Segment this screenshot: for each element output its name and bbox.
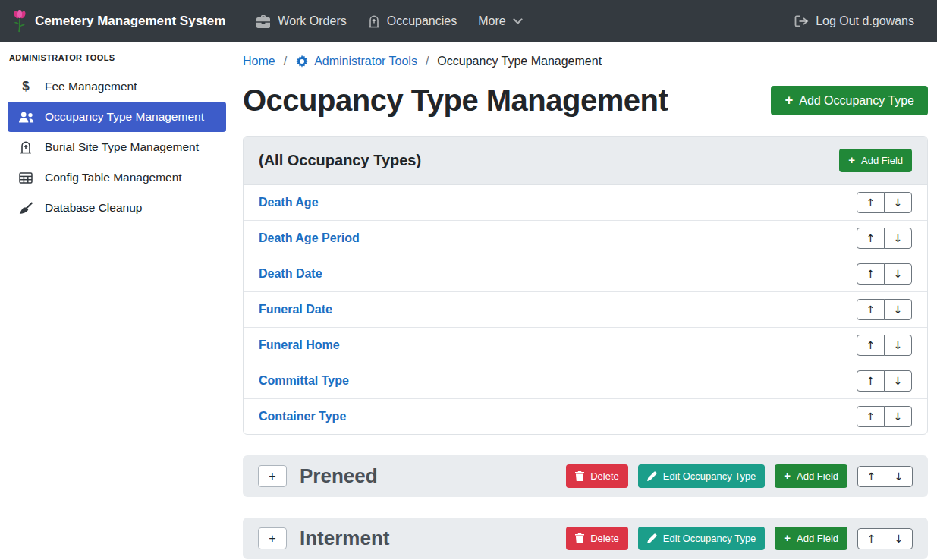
chevron-down-icon — [513, 18, 523, 25]
card-header: (All Occupancy Types) + Add Field — [244, 137, 927, 185]
sidebar-item-fee-management[interactable]: $ Fee Management — [8, 71, 226, 102]
expand-section-button[interactable]: + — [258, 527, 287, 549]
nav-work-orders[interactable]: Work Orders — [245, 8, 357, 34]
move-up-button[interactable]: ↑ — [857, 406, 885, 427]
move-down-button[interactable]: ↓ — [884, 370, 912, 392]
plus-icon: + — [784, 533, 791, 544]
reorder-button-group: ↑ ↓ — [857, 299, 912, 320]
reorder-button-group: ↑ ↓ — [857, 228, 912, 249]
field-link[interactable]: Death Age — [259, 192, 319, 213]
move-down-button[interactable]: ↓ — [884, 299, 912, 320]
add-occupancy-type-button[interactable]: + Add Occupancy Type — [771, 86, 928, 115]
table-icon — [17, 172, 35, 184]
delete-button[interactable]: Delete — [566, 527, 628, 550]
section-actions: Delete Edit Occupancy Type + Add Field ↑… — [566, 527, 913, 550]
breadcrumb: Home / Administrator Tools / Occupancy T… — [243, 49, 928, 68]
edit-occupancy-type-button[interactable]: Edit Occupancy Type — [638, 464, 766, 488]
reorder-button-group: ↑ ↓ — [857, 263, 912, 285]
navbar-links: Work Orders Occupancies More — [245, 8, 533, 34]
reorder-button-group: ↑ ↓ — [857, 192, 912, 213]
nav-more[interactable]: More — [467, 8, 533, 34]
section-title: Preneed — [300, 464, 378, 488]
field-row: Death Age ↑ ↓ — [244, 185, 927, 220]
field-row: Container Type ↑ ↓ — [244, 398, 927, 434]
move-down-button[interactable]: ↓ — [885, 466, 913, 487]
sign-out-icon — [794, 15, 809, 27]
main-content: Home / Administrator Tools / Occupancy T… — [234, 42, 937, 560]
sidebar-item-label: Occupancy Type Management — [45, 110, 204, 124]
page-layout: ADMINISTRATOR TOOLS $ Fee Management Occ… — [0, 42, 937, 560]
move-down-button[interactable]: ↓ — [885, 528, 913, 549]
reorder-button-group: ↑ ↓ — [857, 528, 913, 549]
all-occupancy-types-card: (All Occupancy Types) + Add Field Death … — [243, 136, 928, 435]
field-row: Death Date ↑ ↓ — [244, 256, 927, 291]
field-row: Committal Type ↑ ↓ — [244, 363, 927, 398]
field-row: Funeral Home ↑ ↓ — [244, 327, 927, 363]
breadcrumb-separator: / — [284, 55, 287, 68]
sidebar-item-occupancy-type-management[interactable]: Occupancy Type Management — [8, 102, 226, 132]
delete-button[interactable]: Delete — [566, 464, 628, 488]
field-link[interactable]: Death Date — [259, 263, 322, 285]
move-up-button[interactable]: ↑ — [857, 192, 885, 213]
field-link[interactable]: Funeral Home — [259, 335, 340, 356]
field-link[interactable]: Death Age Period — [259, 228, 360, 249]
reorder-button-group: ↑ ↓ — [857, 370, 912, 392]
sidebar-item-burial-site-type-management[interactable]: Burial Site Type Management — [8, 132, 226, 162]
expand-section-button[interactable]: + — [258, 465, 287, 487]
brand-title: Cemetery Management System — [35, 14, 225, 29]
move-down-button[interactable]: ↓ — [884, 263, 912, 285]
move-up-button[interactable]: ↑ — [857, 263, 885, 285]
sidebar-item-label: Config Table Management — [45, 171, 182, 184]
plus-icon: + — [784, 470, 791, 482]
field-link[interactable]: Committal Type — [259, 370, 349, 392]
pencil-icon — [647, 533, 657, 543]
occupancy-type-section: + Preneed Delete Edit Occupancy Typ — [243, 455, 928, 497]
breadcrumb-admin-link[interactable]: Administrator Tools — [295, 55, 417, 68]
sidebar-item-database-cleanup[interactable]: Database Cleanup — [8, 193, 226, 223]
fields-list: Death Age ↑ ↓ Death Age Period ↑ ↓ Death… — [244, 185, 927, 434]
sidebar-item-label: Fee Management — [45, 80, 137, 93]
add-field-label: Add Field — [797, 533, 838, 544]
move-up-button[interactable]: ↑ — [857, 466, 885, 487]
sidebar-heading: ADMINISTRATOR TOOLS — [8, 53, 226, 71]
edit-occupancy-type-label: Edit Occupancy Type — [663, 533, 756, 544]
plus-icon: + — [848, 155, 855, 166]
field-row: Funeral Date ↑ ↓ — [244, 291, 927, 327]
move-up-button[interactable]: ↑ — [857, 299, 885, 320]
move-up-button[interactable]: ↑ — [857, 228, 885, 249]
nav-occupancies-label: Occupancies — [387, 14, 457, 28]
broom-icon — [17, 202, 35, 215]
nav-work-orders-label: Work Orders — [278, 14, 346, 28]
move-up-button[interactable]: ↑ — [857, 370, 885, 392]
gear-icon — [295, 55, 309, 68]
monument-icon — [17, 140, 35, 154]
breadcrumb-separator: / — [426, 55, 429, 68]
section-actions: Delete Edit Occupancy Type + Add Field ↑… — [566, 464, 913, 488]
breadcrumb-admin-label: Administrator Tools — [314, 55, 417, 68]
nav-occupancies[interactable]: Occupancies — [357, 8, 468, 34]
field-link[interactable]: Funeral Date — [259, 299, 332, 320]
sidebar-item-config-table-management[interactable]: Config Table Management — [8, 162, 226, 193]
move-up-button[interactable]: ↑ — [857, 528, 885, 549]
breadcrumb-home-link[interactable]: Home — [243, 55, 275, 68]
occupancy-type-sections: + Preneed Delete Edit Occupancy Typ — [243, 455, 928, 559]
field-link[interactable]: Container Type — [259, 406, 346, 427]
move-down-button[interactable]: ↓ — [884, 406, 912, 427]
add-field-label: Add Field — [861, 155, 903, 166]
nav-more-label: More — [478, 14, 505, 28]
edit-occupancy-type-button[interactable]: Edit Occupancy Type — [638, 527, 766, 550]
brand[interactable]: Cemetery Management System — [12, 10, 225, 33]
delete-label: Delete — [590, 470, 619, 482]
users-icon — [17, 112, 35, 123]
move-down-button[interactable]: ↓ — [884, 192, 912, 213]
move-up-button[interactable]: ↑ — [857, 335, 885, 356]
sidebar-item-label: Burial Site Type Management — [45, 140, 199, 154]
move-down-button[interactable]: ↓ — [884, 228, 912, 249]
move-down-button[interactable]: ↓ — [884, 335, 912, 356]
dollar-icon: $ — [17, 79, 35, 94]
add-field-button[interactable]: + Add Field — [839, 149, 912, 172]
add-field-button[interactable]: + Add Field — [775, 464, 847, 488]
add-field-button[interactable]: + Add Field — [775, 527, 847, 550]
flower-logo-icon — [12, 10, 27, 33]
logout-link[interactable]: Log Out d.gowans — [784, 8, 925, 34]
